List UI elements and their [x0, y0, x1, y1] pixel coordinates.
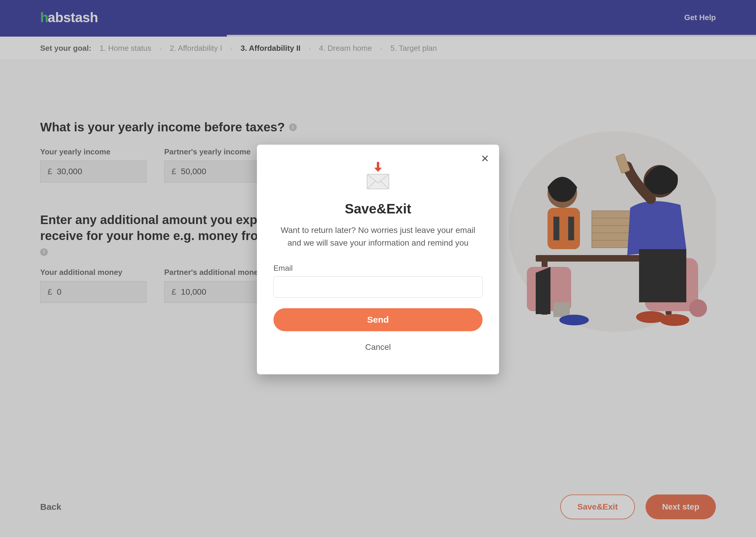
modal-description: Want to return later? No worries just le…: [277, 224, 479, 249]
email-label: Email: [273, 264, 483, 273]
close-icon[interactable]: ✕: [481, 153, 489, 164]
save-exit-modal: ✕ Save&Exit Want to return later? No wor…: [257, 145, 499, 374]
email-input[interactable]: [273, 276, 483, 298]
svg-rect-23: [367, 174, 389, 189]
modal-title: Save&Exit: [273, 201, 483, 217]
envelope-icon: [273, 161, 483, 194]
cancel-button[interactable]: Cancel: [273, 339, 483, 355]
send-button[interactable]: Send: [273, 308, 483, 331]
